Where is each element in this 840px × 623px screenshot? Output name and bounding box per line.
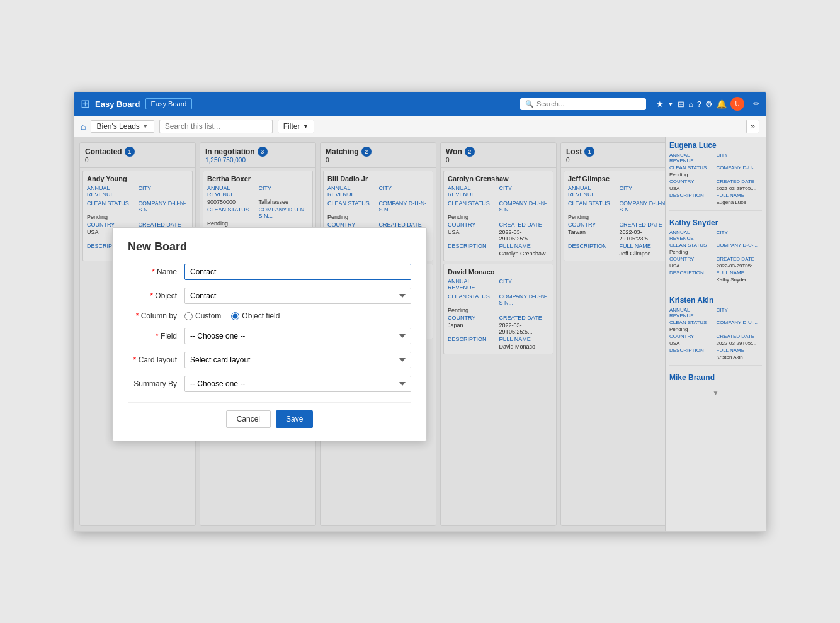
column-won: Won 2 0 Carolyn Crenshaw ANNUAL REVENUE … <box>440 142 557 526</box>
radio-object-field[interactable]: Object field <box>231 312 280 320</box>
breadcrumb[interactable]: Bien's Leads ▼ <box>91 120 154 133</box>
breadcrumb-chevron: ▼ <box>142 123 149 130</box>
column-title-in-negotiation: In negotiation <box>205 147 255 156</box>
column-amount-won: 0 <box>446 157 551 164</box>
card-jeff-glimpse[interactable]: Jeff Glimpse ANNUAL REVENUE CITY CLEAN S… <box>564 171 665 261</box>
name-input[interactable] <box>184 264 411 280</box>
column-header-matching: Matching 2 0 <box>321 143 436 168</box>
app-badge[interactable]: Easy Board <box>145 98 193 109</box>
modal-footer: Cancel Save <box>128 402 411 428</box>
dropdown-icon[interactable]: ▼ <box>667 101 674 108</box>
column-header-won: Won 2 0 <box>441 143 556 168</box>
column-count-contacted: 1 <box>125 147 135 157</box>
column-count-matching: 2 <box>361 147 372 157</box>
question-icon[interactable]: ? <box>697 99 701 109</box>
radio-custom[interactable]: Custom <box>184 312 221 320</box>
name-label: Name <box>128 267 184 276</box>
column-header-lost: Lost 1 0 <box>561 143 665 168</box>
breadcrumb-label: Bien's Leads <box>96 122 139 131</box>
field-label: Field <box>128 332 184 340</box>
app-title: Easy Board <box>95 99 140 109</box>
sidebar-person-kristen-akin[interactable]: Kristen Akin ANNUAL REVENUE CITY CLEAN S… <box>669 296 762 366</box>
filter-chevron: ▼ <box>302 123 309 130</box>
form-row-card-layout: Card layout Select card layout Choose Ch… <box>128 352 411 368</box>
main-area: Contacted 1 0 Andy Young ANNUAL REVENUE … <box>74 137 766 531</box>
gear-icon[interactable]: ⚙ <box>705 99 713 109</box>
field-select[interactable]: -- Choose one -- <box>184 328 411 344</box>
column-cards-lost: Jeff Glimpse ANNUAL REVENUE CITY CLEAN S… <box>561 168 665 525</box>
sidebar-person-eugena-luce[interactable]: Eugena Luce ANNUAL REVENUE CITY CLEAN ST… <box>669 141 762 211</box>
radio-object-field-label: Object field <box>242 312 280 320</box>
card-david-monaco[interactable]: David Monaco ANNUAL REVENUE CITY CLEAN S… <box>443 264 553 354</box>
home-icon[interactable]: ⌂ <box>81 121 86 132</box>
pencil-icon[interactable]: ✏ <box>753 99 759 108</box>
search-bar[interactable]: 🔍 <box>520 98 646 110</box>
column-count-in-negotiation: 3 <box>258 147 268 157</box>
radio-custom-label: Custom <box>195 312 221 320</box>
top-bar: ⊞ Easy Board Easy Board 🔍 ★ ▼ ⊞ ⌂ ? ⚙ 🔔 … <box>74 92 766 116</box>
object-label: Object <box>128 291 184 300</box>
summary-by-label: Summary By <box>128 379 184 388</box>
card-layout-label: Card layout <box>128 356 184 364</box>
sidebar-person-kathy-snyder[interactable]: Kathy Snyder ANNUAL REVENUE CITY CLEAN S… <box>669 218 762 288</box>
home-icon-top[interactable]: ⌂ <box>688 99 693 109</box>
cancel-button[interactable]: Cancel <box>226 410 271 428</box>
column-amount-lost: 0 <box>566 157 665 164</box>
form-row-object: Object Contact <box>128 288 411 304</box>
sidebar-scroll-indicator: ▼ <box>669 390 762 396</box>
sidebar-person-mike-braund[interactable]: Mike Braund <box>669 373 762 382</box>
card-carolyn-crenshaw[interactable]: Carolyn Crenshaw ANNUAL REVENUE CITY CLE… <box>443 171 553 261</box>
user-avatar[interactable]: U <box>730 97 744 111</box>
column-title-contacted: Contacted <box>85 147 122 156</box>
expand-button[interactable]: » <box>746 120 759 133</box>
modal-title: New Board <box>128 240 411 254</box>
right-sidebar: Eugena Luce ANNUAL REVENUE CITY CLEAN ST… <box>665 137 766 531</box>
object-select[interactable]: Contact <box>184 288 411 304</box>
column-count-won: 2 <box>465 147 475 157</box>
filter-button[interactable]: Filter ▼ <box>278 120 315 133</box>
column-by-radio-group: Custom Object field <box>184 312 411 320</box>
card-layout-select[interactable]: Select card layout Choose Choose <box>184 352 411 368</box>
new-board-modal: New Board Name Object Contact <box>112 227 427 441</box>
summary-by-select[interactable]: -- Choose one -- <box>184 376 411 392</box>
column-header-in-negotiation: In negotiation 3 1,250,750,000 <box>200 143 315 168</box>
form-row-name: Name <box>128 264 411 280</box>
star-icon[interactable]: ★ <box>656 99 664 109</box>
column-amount-matching: 0 <box>326 157 431 164</box>
column-cards-won: Carolyn Crenshaw ANNUAL REVENUE CITY CLE… <box>441 168 556 525</box>
column-title-lost: Lost <box>566 147 582 156</box>
form-row-summary-by: Summary By -- Choose one -- <box>128 376 411 392</box>
column-title-won: Won <box>446 147 462 156</box>
column-amount-in-negotiation: 1,250,750,000 <box>205 157 310 164</box>
form-row-field: Field -- Choose one -- <box>128 328 411 344</box>
column-title-matching: Matching <box>326 147 359 156</box>
column-count-lost: 1 <box>584 147 594 157</box>
column-lost: Lost 1 0 Jeff Glimpse ANNUAL REVENUE CIT… <box>560 142 665 526</box>
form-row-column-by: Column by Custom Object field <box>128 312 411 320</box>
list-search-input[interactable] <box>159 120 273 133</box>
column-by-label: Column by <box>128 312 184 320</box>
search-icon: 🔍 <box>525 100 534 108</box>
search-input[interactable] <box>536 100 641 108</box>
filter-label: Filter <box>283 122 300 131</box>
window: ⊞ Easy Board Easy Board 🔍 ★ ▼ ⊞ ⌂ ? ⚙ 🔔 … <box>74 91 766 532</box>
bell-icon[interactable]: 🔔 <box>717 99 727 109</box>
column-header-contacted: Contacted 1 0 <box>80 143 195 168</box>
sub-header: ⌂ Bien's Leads ▼ Filter ▼ » <box>74 116 766 137</box>
grid-icon: ⊞ <box>81 97 90 111</box>
save-button[interactable]: Save <box>276 410 313 428</box>
app-container: ⊞ Easy Board Easy Board 🔍 ★ ▼ ⊞ ⌂ ? ⚙ 🔔 … <box>0 0 840 623</box>
plus-icon[interactable]: ⊞ <box>678 99 684 109</box>
column-amount-contacted: 0 <box>85 157 190 164</box>
